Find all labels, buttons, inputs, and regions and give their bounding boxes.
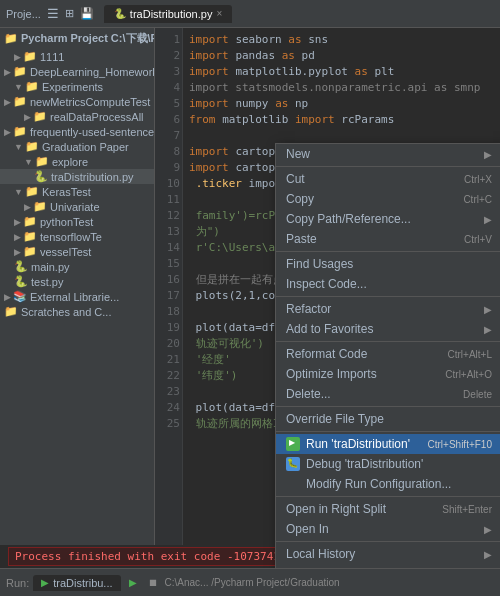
tree-item-newmetrics[interactable]: ▶ 📁 newMetricsComputeTest bbox=[0, 94, 154, 109]
expand-arrow: ▶ bbox=[24, 202, 31, 212]
menu-item-override-filetype[interactable]: Override File Type bbox=[276, 409, 500, 429]
tree-item-kerastest[interactable]: ▼ 📁 KerasTest bbox=[0, 184, 154, 199]
tree-item-tradistribution[interactable]: 🐍 traDistribution.py bbox=[0, 169, 154, 184]
tree-label: test.py bbox=[31, 276, 63, 288]
expand-arrow: ▶ bbox=[14, 52, 21, 62]
menu-divider bbox=[276, 341, 500, 342]
menu-item-new[interactable]: New ▶ bbox=[276, 144, 500, 164]
menu-item-optimize[interactable]: Optimize Imports Ctrl+Alt+O bbox=[276, 364, 500, 384]
project-label-area: Proje... ☰ ⊞ 💾 bbox=[6, 6, 94, 21]
menu-item-inspect[interactable]: Inspect Code... bbox=[276, 274, 500, 294]
tree-label: main.py bbox=[31, 261, 70, 273]
tab-traDistribution[interactable]: 🐍 traDistribution.py × bbox=[104, 5, 232, 23]
menu-item-open-in[interactable]: Open In ▶ bbox=[276, 519, 500, 539]
menu-item-paste[interactable]: Paste Ctrl+V bbox=[276, 229, 500, 249]
tree-label: pythonTest bbox=[40, 216, 93, 228]
tab-python-icon: 🐍 bbox=[114, 8, 126, 19]
menu-item-label: Copy bbox=[286, 192, 455, 206]
menu-divider bbox=[276, 166, 500, 167]
tree-header: 📁 Pycharm Project C:\下载\Pyc bbox=[0, 28, 154, 49]
menu-divider bbox=[276, 431, 500, 432]
menu-item-label: Paste bbox=[286, 232, 456, 246]
context-menu: New ▶ Cut Ctrl+X Copy Ctrl+C Copy Path/R… bbox=[275, 143, 500, 568]
run-label: Run: bbox=[6, 577, 29, 589]
tree-item-explore[interactable]: ▼ 📁 explore bbox=[0, 154, 154, 169]
menu-item-debug[interactable]: Debug 'traDistribution' bbox=[276, 454, 500, 474]
tree-label: Experiments bbox=[42, 81, 103, 93]
submenu-arrow-icon: ▶ bbox=[484, 549, 492, 560]
external-icon: 📚 bbox=[13, 290, 27, 303]
menu-item-label: Modify Run Configuration... bbox=[286, 477, 492, 491]
folder-icon: 📁 bbox=[23, 50, 37, 63]
tree-item-univariate[interactable]: ▶ 📁 Univariate bbox=[0, 199, 154, 214]
shortcut-label: Ctrl+X bbox=[464, 174, 492, 185]
folder-icon: 📁 bbox=[4, 305, 18, 318]
submenu-arrow-icon: ▶ bbox=[484, 524, 492, 535]
menu-item-label: Debug 'traDistribution' bbox=[306, 457, 492, 471]
disk-icon[interactable]: 💾 bbox=[80, 7, 94, 20]
submenu-arrow-icon: ▶ bbox=[484, 214, 492, 225]
menu-item-delete[interactable]: Delete... Delete bbox=[276, 384, 500, 404]
menu-item-modify-run[interactable]: Modify Run Configuration... bbox=[276, 474, 500, 494]
tree-item-test[interactable]: 🐍 test.py bbox=[0, 274, 154, 289]
menu-item-label: Refactor bbox=[286, 302, 484, 316]
tree-label: Graduation Paper bbox=[42, 141, 129, 153]
shortcut-label: Ctrl+Shift+F10 bbox=[428, 439, 492, 450]
shortcut-label: Shift+Enter bbox=[442, 504, 492, 515]
submenu-arrow-icon: ▶ bbox=[484, 304, 492, 315]
menu-item-reload[interactable]: Reload from Disk bbox=[276, 564, 500, 568]
tree-item-tensorflow[interactable]: ▶ 📁 tensorflowTe bbox=[0, 229, 154, 244]
tab-area: 🐍 traDistribution.py × bbox=[104, 5, 232, 23]
menu-item-find-usages[interactable]: Find Usages bbox=[276, 254, 500, 274]
menu-item-label: Local History bbox=[286, 547, 484, 561]
tree-item-1111[interactable]: ▶ 📁 1111 bbox=[0, 49, 154, 64]
folder-icon: 📁 bbox=[25, 140, 39, 153]
tree-item-external[interactable]: ▶ 📚 External Librarie... bbox=[0, 289, 154, 304]
expand-arrow: ▶ bbox=[4, 97, 11, 107]
tree-item-realdata[interactable]: ▶ 📁 realDataProcessAll bbox=[0, 109, 154, 124]
project-label: Proje... bbox=[6, 8, 41, 20]
tree-item-pythontest[interactable]: ▶ 📁 pythonTest bbox=[0, 214, 154, 229]
menu-divider bbox=[276, 296, 500, 297]
run-play-btn[interactable]: ▶ bbox=[125, 575, 141, 591]
menu-item-local-history[interactable]: Local History ▶ bbox=[276, 544, 500, 564]
menu-item-label: New bbox=[286, 147, 484, 161]
tree-item-frequently[interactable]: ▶ 📁 frequently-used-sentence bbox=[0, 124, 154, 139]
menu-item-label: Open In bbox=[286, 522, 484, 536]
code-panel: 12345 678910 1112131415 1617181920 21222… bbox=[155, 28, 500, 568]
expand-arrow: ▼ bbox=[24, 157, 33, 167]
tree-item-main[interactable]: 🐍 main.py bbox=[0, 259, 154, 274]
tree-label: External Librarie... bbox=[30, 291, 119, 303]
menu-item-run[interactable]: Run 'traDistribution' Ctrl+Shift+F10 bbox=[276, 434, 500, 454]
list-icon[interactable]: ☰ bbox=[47, 6, 59, 21]
shortcut-label: Ctrl+C bbox=[463, 194, 492, 205]
tree-label: traDistribution.py bbox=[51, 171, 134, 183]
expand-arrow: ▼ bbox=[14, 187, 23, 197]
project-tree-panel: 📁 Pycharm Project C:\下载\Pyc ▶ 📁 1111 ▶ 📁… bbox=[0, 28, 155, 568]
folder-icon: 📁 bbox=[35, 155, 49, 168]
menu-item-open-right[interactable]: Open in Right Split Shift+Enter bbox=[276, 499, 500, 519]
tree-item-scratches[interactable]: 📁 Scratches and C... bbox=[0, 304, 154, 319]
run-stop-btn[interactable]: ⏹ bbox=[145, 575, 161, 591]
expand-arrow: ▶ bbox=[14, 247, 21, 257]
tree-item-vessel[interactable]: ▶ 📁 vesselTest bbox=[0, 244, 154, 259]
run-tab[interactable]: ▶ traDistribu... bbox=[33, 575, 120, 591]
tree-item-experiments[interactable]: ▼ 📁 Experiments bbox=[0, 79, 154, 94]
expand-arrow: ▶ bbox=[14, 217, 21, 227]
expand-arrow: ▶ bbox=[24, 112, 31, 122]
tree-item-graduation[interactable]: ▼ 📁 Graduation Paper bbox=[0, 139, 154, 154]
python-file-icon: 🐍 bbox=[14, 275, 28, 288]
shortcut-label: Delete bbox=[463, 389, 492, 400]
run-controls: ▶ ⏹ C:\Anac... /Pycharm Project/Graduati… bbox=[125, 575, 494, 591]
menu-item-copy-path[interactable]: Copy Path/Reference... ▶ bbox=[276, 209, 500, 229]
menu-item-copy[interactable]: Copy Ctrl+C bbox=[276, 189, 500, 209]
menu-item-cut[interactable]: Cut Ctrl+X bbox=[276, 169, 500, 189]
menu-item-refactor[interactable]: Refactor ▶ bbox=[276, 299, 500, 319]
python-file-icon: 🐍 bbox=[34, 170, 48, 183]
structure-icon[interactable]: ⊞ bbox=[65, 7, 74, 20]
menu-item-reformat[interactable]: Reformat Code Ctrl+Alt+L bbox=[276, 344, 500, 364]
tree-label: explore bbox=[52, 156, 88, 168]
tree-item-deeplearning[interactable]: ▶ 📁 DeepLearning_Homework bbox=[0, 64, 154, 79]
menu-item-add-favorites[interactable]: Add to Favorites ▶ bbox=[276, 319, 500, 339]
tab-close-btn[interactable]: × bbox=[216, 8, 222, 19]
